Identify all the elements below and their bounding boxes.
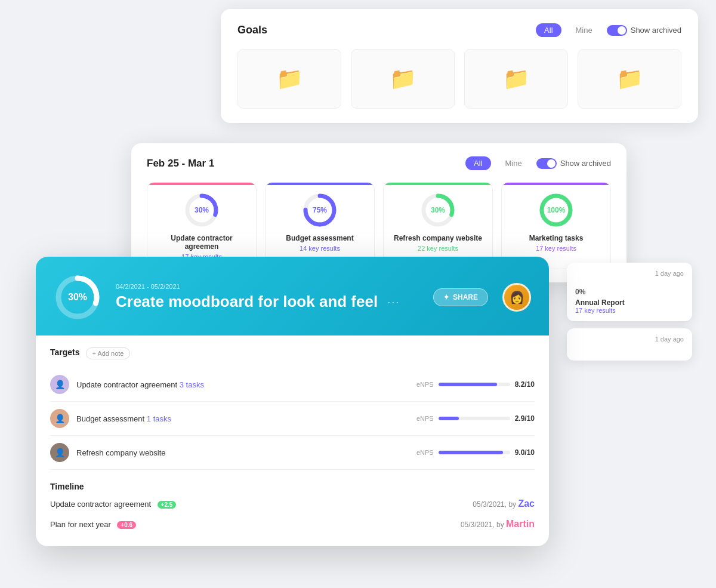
right-card-1-name: Annual Report (575, 298, 684, 307)
main-card-body: Targets + Add note 👤 Update contractor a… (36, 335, 549, 546)
timeline-name-wrap-2: Plan for next year +0.6 (50, 519, 136, 529)
target-name-2: Budget assessment (76, 414, 147, 423)
card-name-3: Refresh company website (394, 234, 482, 242)
donut-pct-1: 30% (195, 206, 209, 214)
share-icon: ✦ (443, 293, 449, 301)
timeline-title: Timeline (50, 482, 535, 491)
donut-3: 30% (420, 192, 456, 228)
timeline-date-wrap-1: 05/3/2021, by Zac (473, 498, 535, 509)
enps-label-2: eNPS (416, 415, 434, 422)
folder-icon-2: 📁 (390, 66, 416, 91)
goals-panel-header: Goals All Mine Show archived (237, 23, 681, 37)
folder-item-4[interactable]: 📁 (578, 49, 681, 109)
add-note-button[interactable]: + Add note (86, 347, 131, 359)
timeline-section: Timeline Update contractor agreement +2.… (50, 482, 535, 534)
targets-header: Targets + Add note (50, 347, 535, 359)
right-card-1-keys: 17 key results (575, 307, 684, 314)
donut-pct-3: 30% (431, 206, 445, 214)
sprint-show-archived-label: Show archived (560, 159, 611, 168)
avatar[interactable]: 👩 (502, 283, 531, 312)
timeline-date-1: 05/3/2021, by (473, 500, 518, 509)
timeline-date-2: 05/3/2021, by (461, 521, 506, 529)
header-date: 04/2/2021 - 05/2/2021 (116, 283, 419, 290)
card-name-1: Update contractor agreemen (156, 234, 248, 251)
enps-bar-bg-1 (439, 383, 510, 386)
target-info-1: Update contractor agreement 3 tasks (76, 379, 409, 390)
share-button[interactable]: ✦ SHARE (433, 288, 488, 306)
folder-icon-1: 📁 (276, 66, 303, 91)
enps-score-1: 8.2/10 (515, 380, 535, 389)
sprint-title: Feb 25 - Mar 1 (147, 158, 214, 170)
target-info-3: Refresh company website (76, 447, 409, 458)
timeline-row-1: Update contractor agreement +2.5 05/3/20… (50, 494, 535, 514)
sprint-filters: All Mine Show archived (465, 156, 611, 170)
enps-score-3: 9.0/10 (515, 448, 535, 457)
goals-show-archived-toggle[interactable] (607, 25, 627, 36)
target-right-1: eNPS 8.2/10 (416, 380, 535, 389)
goals-filter-all[interactable]: All (536, 23, 561, 37)
right-card-1-time: 1 day ago (575, 270, 684, 277)
right-card-1[interactable]: 1 day ago 0% Annual Report 17 key result… (567, 263, 692, 321)
target-row-1: 👤 Update contractor agreement 3 tasks eN… (50, 368, 535, 402)
goals-filter-mine[interactable]: Mine (567, 23, 601, 37)
card-name-2: Budget assessment (286, 234, 353, 242)
share-label: SHARE (453, 293, 478, 301)
enps-bar-fill-1 (439, 383, 497, 386)
target-right-3: eNPS 9.0/10 (416, 448, 535, 457)
target-tasks-1[interactable]: 3 tasks (180, 380, 204, 389)
folder-icon-4: 📁 (616, 66, 643, 91)
sprint-filter-mine[interactable]: Mine (497, 156, 530, 170)
timeline-badge-1: +2.5 (158, 501, 177, 509)
enps-bar-fill-3 (439, 451, 503, 454)
target-row-2: 👤 Budget assessment 1 tasks eNPS 2.9/10 (50, 402, 535, 436)
sprint-header: Feb 25 - Mar 1 All Mine Show archived (147, 156, 611, 170)
header-title: Create moodboard for look and feel (116, 293, 378, 311)
timeline-date-wrap-2: 05/3/2021, by Martin (461, 519, 535, 529)
header-more-dots[interactable]: ··· (387, 296, 400, 309)
target-name-1: Update contractor agreement (76, 380, 180, 389)
target-right-2: eNPS 2.9/10 (416, 414, 535, 423)
sprint-filter-all[interactable]: All (465, 156, 490, 170)
card-name-4: Marketing tasks (529, 234, 584, 242)
enps-label-1: eNPS (416, 381, 434, 388)
donut-pct-4: 100% (547, 206, 566, 214)
target-tasks-2[interactable]: 1 tasks (147, 414, 171, 423)
right-cards-area: 1 day ago 0% Annual Report 17 key result… (567, 263, 692, 368)
goals-archived-toggle-wrap: Show archived (607, 25, 681, 36)
timeline-by-2: Martin (506, 519, 535, 529)
card-keys-2: 14 key results (300, 245, 340, 252)
enps-bar-fill-2 (439, 417, 459, 420)
main-card-header: 30% 04/2/2021 - 05/2/2021 Create moodboa… (36, 257, 549, 335)
card-keys-3: 22 key results (418, 245, 458, 252)
goals-show-archived-label: Show archived (631, 26, 681, 35)
donut-4: 100% (538, 192, 574, 228)
target-avatar-2: 👤 (50, 409, 69, 428)
right-card-2-time: 1 day ago (575, 335, 684, 343)
main-donut-pct: 30% (68, 292, 87, 303)
goals-folder-row: 📁 📁 📁 📁 (237, 49, 681, 109)
timeline-by-1: Zac (518, 498, 535, 509)
sprint-archived-toggle-wrap: Show archived (536, 158, 611, 169)
right-card-2[interactable]: 1 day ago (567, 328, 692, 361)
donut-1: 30% (184, 192, 220, 228)
header-info: 04/2/2021 - 05/2/2021 Create moodboard f… (116, 283, 419, 311)
target-row-3: 👤 Refresh company website eNPS 9.0/10 (50, 436, 535, 470)
folder-item-2[interactable]: 📁 (351, 49, 455, 109)
timeline-name-1: Update contractor agreement (50, 500, 151, 509)
target-info-2: Budget assessment 1 tasks (76, 413, 409, 424)
folder-icon-3: 📁 (503, 66, 530, 91)
right-card-1-pct: 0% (575, 288, 684, 296)
targets-title: Targets (50, 347, 80, 357)
donut-pct-2: 75% (313, 206, 327, 214)
main-card: 30% 04/2/2021 - 05/2/2021 Create moodboa… (36, 257, 549, 546)
sprint-show-archived-toggle[interactable] (536, 158, 557, 169)
folder-item-1[interactable]: 📁 (237, 49, 341, 109)
timeline-badge-2: +0.6 (117, 521, 136, 529)
target-avatar-1: 👤 (50, 375, 69, 394)
main-donut: 30% (54, 273, 101, 321)
target-avatar-3: 👤 (50, 443, 69, 462)
folder-item-3[interactable]: 📁 (464, 49, 568, 109)
enps-score-2: 2.9/10 (515, 414, 535, 423)
enps-bar-bg-3 (439, 451, 510, 454)
donut-2: 75% (302, 192, 338, 228)
